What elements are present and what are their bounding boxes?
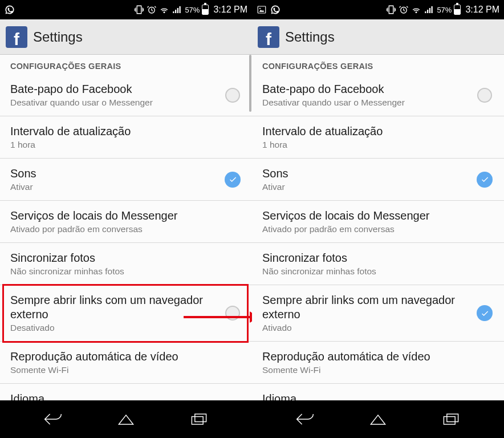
alarm-icon (147, 5, 157, 15)
settings-item-text: Reprodução automática de vídeoSomente Wi… (10, 350, 242, 375)
image-icon (257, 5, 267, 15)
settings-item-subtitle: Ativado por padrão em conversas (10, 224, 242, 234)
action-bar: f Settings (0, 19, 252, 55)
settings-item[interactable]: Idioma (252, 384, 504, 400)
settings-item-text: SonsAtivar (10, 167, 218, 192)
settings-item-subtitle: Não sincronizar minhas fotos (262, 266, 494, 277)
settings-item-title: Serviços de locais do Messenger (10, 209, 242, 223)
battery-icon (202, 5, 209, 15)
settings-item-subtitle: Desativar quando usar o Messenger (262, 98, 470, 108)
status-bar: 57% 3:12 PM (252, 0, 504, 19)
facebook-icon[interactable]: f (258, 26, 279, 48)
section-header: CONFIGURAÇÕES GERAIS (0, 55, 252, 74)
settings-item-text: Intervalo de atualização1 hora (262, 124, 494, 150)
settings-item-text: Idioma (262, 392, 494, 400)
settings-item[interactable]: Intervalo de atualização1 hora (252, 116, 504, 159)
settings-item-text: Sincronizar fotosNão sincronizar minhas … (10, 251, 242, 277)
whatsapp-icon (5, 5, 15, 15)
nav-home-button[interactable] (365, 406, 391, 432)
battery-percent: 57% (437, 6, 452, 14)
signal-icon (424, 5, 434, 15)
checkmark-icon[interactable] (225, 172, 241, 188)
alarm-icon (399, 5, 409, 15)
settings-item[interactable]: Reprodução automática de vídeoSomente Wi… (252, 342, 504, 384)
settings-item-title: Intervalo de atualização (10, 124, 242, 139)
settings-item-subtitle: Desativado (10, 323, 218, 333)
settings-item-subtitle: Somente Wi-Fi (262, 365, 494, 375)
nav-back-button[interactable] (40, 406, 66, 432)
settings-list[interactable]: CONFIGURAÇÕES GERAIS Bate-papo do Facebo… (252, 55, 504, 400)
settings-item-subtitle: 1 hora (10, 140, 242, 150)
settings-item[interactable]: Serviços de locais do MessengerAtivado p… (0, 201, 252, 243)
settings-item-title: Idioma (262, 392, 494, 400)
settings-item-title: Reprodução automática de vídeo (10, 350, 242, 364)
radio-off-icon[interactable] (225, 88, 240, 103)
status-clock: 3:12 PM (465, 5, 499, 15)
scroll-indicator (249, 55, 251, 112)
wifi-icon (411, 5, 421, 15)
settings-item-title: Sons (262, 167, 470, 181)
svg-rect-3 (258, 6, 266, 13)
checkmark-icon[interactable] (477, 305, 493, 321)
facebook-icon[interactable]: f (6, 26, 27, 48)
screen-left: 57% 3:12 PM f Settings CONFIGURAÇÕES GER… (0, 0, 252, 438)
status-left-icons (257, 5, 281, 15)
signal-icon (172, 5, 182, 15)
settings-item-text: Serviços de locais do MessengerAtivado p… (10, 209, 242, 234)
settings-item[interactable]: Idioma (0, 384, 252, 400)
settings-item-title: Sincronizar fotos (10, 251, 242, 265)
nav-home-button[interactable] (113, 406, 139, 432)
svg-rect-7 (447, 414, 458, 422)
settings-list[interactable]: CONFIGURAÇÕES GERAIS Bate-papo do Facebo… (0, 55, 252, 400)
settings-item[interactable]: Sincronizar fotosNão sincronizar minhas … (0, 243, 252, 285)
settings-item-title: Serviços de locais do Messenger (262, 209, 494, 223)
settings-item[interactable]: Bate-papo do FacebookDesativar quando us… (252, 74, 504, 116)
svg-point-4 (259, 8, 261, 9)
arrow-right-icon (184, 316, 251, 318)
settings-item[interactable]: SonsAtivar (0, 159, 252, 201)
settings-item[interactable]: Reprodução automática de vídeoSomente Wi… (0, 342, 252, 384)
action-bar: f Settings (252, 19, 504, 55)
settings-item-text: Sincronizar fotosNão sincronizar minhas … (262, 251, 494, 277)
status-left-icons (5, 5, 15, 15)
vibrate-icon (134, 5, 144, 15)
vibrate-icon (386, 5, 396, 15)
battery-icon (454, 5, 461, 15)
settings-item-subtitle: Ativado (262, 323, 470, 333)
settings-item[interactable]: Sincronizar fotosNão sincronizar minhas … (252, 243, 504, 285)
settings-item[interactable]: Bate-papo do FacebookDesativar quando us… (0, 74, 252, 116)
settings-item-subtitle: Ativar (10, 182, 218, 192)
settings-item-text: Serviços de locais do MessengerAtivado p… (262, 209, 494, 234)
nav-recent-button[interactable] (438, 406, 464, 432)
nav-recent-button[interactable] (186, 406, 212, 432)
settings-item[interactable]: Sempre abrir links com um navegador exte… (0, 285, 252, 342)
settings-item-subtitle: 1 hora (262, 140, 494, 150)
radio-off-icon[interactable] (477, 88, 492, 103)
settings-item-text: Sempre abrir links com um navegador exte… (262, 293, 470, 333)
settings-item[interactable]: Sempre abrir links com um navegador exte… (252, 285, 504, 342)
whatsapp-icon (270, 5, 281, 15)
checkmark-icon[interactable] (477, 172, 493, 188)
nav-bar (252, 400, 504, 438)
settings-item-text: Sempre abrir links com um navegador exte… (10, 293, 218, 333)
settings-item-subtitle: Não sincronizar minhas fotos (10, 266, 242, 277)
settings-item-text: Bate-papo do FacebookDesativar quando us… (10, 82, 218, 108)
settings-item-title: Idioma (10, 392, 242, 400)
settings-item-text: Reprodução automática de vídeoSomente Wi… (262, 350, 494, 375)
wifi-icon (159, 5, 169, 15)
settings-item-text: Intervalo de atualização1 hora (10, 124, 242, 150)
page-title: Settings (33, 29, 83, 45)
screen-right: 57% 3:12 PM f Settings CONFIGURAÇÕES GER… (252, 0, 504, 438)
settings-item[interactable]: SonsAtivar (252, 159, 504, 201)
status-right-icons: 57% 3:12 PM (386, 5, 499, 15)
settings-item-title: Sincronizar fotos (262, 251, 494, 265)
settings-item[interactable]: Intervalo de atualização1 hora (0, 116, 252, 159)
settings-item[interactable]: Serviços de locais do MessengerAtivado p… (252, 201, 504, 243)
battery-percent: 57% (185, 6, 200, 14)
status-clock: 3:12 PM (213, 5, 247, 15)
nav-back-button[interactable] (292, 406, 318, 432)
section-header: CONFIGURAÇÕES GERAIS (252, 55, 504, 74)
settings-item-subtitle: Desativar quando usar o Messenger (10, 98, 218, 108)
settings-item-subtitle: Somente Wi-Fi (10, 365, 242, 375)
nav-bar (0, 400, 252, 438)
